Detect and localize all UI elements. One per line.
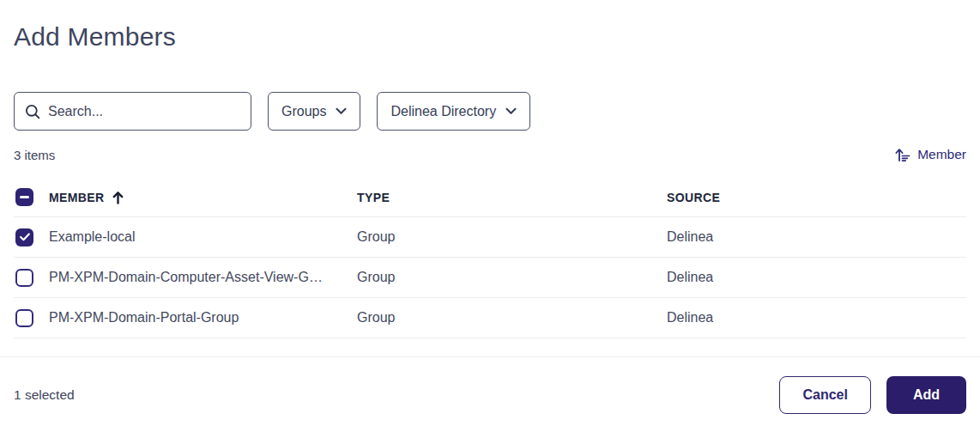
- row-checkbox[interactable]: [15, 269, 33, 287]
- table-header-row: MEMBER TYPE SOURCE: [14, 178, 966, 217]
- add-button[interactable]: Add: [886, 376, 966, 414]
- member-cell: PM-XPM-Domain-Computer-Asset-View-G…: [49, 270, 357, 285]
- type-filter-label: Groups: [281, 104, 326, 119]
- footer: 1 selected Cancel Add: [14, 376, 966, 414]
- footer-divider: [0, 356, 980, 357]
- sort-ascending-icon: [895, 148, 911, 162]
- list-meta-row: 3 items Member: [14, 145, 966, 164]
- type-cell: Group: [357, 229, 667, 245]
- type-cell: Group: [357, 310, 667, 326]
- chevron-down-icon: [505, 107, 517, 115]
- type-cell: Group: [357, 270, 667, 285]
- table-row[interactable]: PM-XPM-Domain-Computer-Asset-View-G… Gro…: [14, 258, 966, 298]
- column-header-type: TYPE: [357, 191, 667, 204]
- column-header-source: SOURCE: [667, 191, 966, 204]
- selected-count: 1 selected: [14, 387, 75, 403]
- type-filter-dropdown[interactable]: Groups: [268, 92, 360, 131]
- column-header-member[interactable]: MEMBER: [49, 191, 357, 204]
- search-input-wrapper[interactable]: [14, 92, 251, 131]
- source-cell: Delinea: [667, 229, 966, 245]
- table-row[interactable]: Example-local Group Delinea: [14, 217, 966, 258]
- row-checkbox[interactable]: [15, 309, 33, 327]
- search-input[interactable]: [48, 104, 240, 119]
- row-checkbox[interactable]: [15, 228, 33, 246]
- page-title: Add Members: [14, 0, 966, 52]
- arrow-up-icon: [112, 191, 124, 204]
- chevron-down-icon: [336, 107, 347, 115]
- cancel-button[interactable]: Cancel: [779, 376, 870, 414]
- sort-control[interactable]: Member: [895, 147, 966, 162]
- select-all-checkbox[interactable]: [15, 188, 33, 206]
- member-cell: PM-XPM-Domain-Portal-Group: [49, 310, 357, 326]
- source-cell: Delinea: [667, 270, 966, 285]
- sort-control-label: Member: [917, 147, 966, 162]
- directory-filter-dropdown[interactable]: Delinea Directory: [377, 92, 530, 131]
- add-members-dialog: Add Members Groups: [0, 0, 980, 432]
- member-cell: Example-local: [49, 229, 357, 245]
- members-table: MEMBER TYPE SOURCE: [14, 178, 966, 338]
- toolbar: Groups Delinea Directory: [14, 92, 966, 131]
- footer-buttons: Cancel Add: [779, 376, 966, 414]
- directory-filter-label: Delinea Directory: [390, 104, 496, 119]
- items-count: 3 items: [14, 148, 55, 162]
- search-icon: [25, 104, 40, 119]
- table-row[interactable]: PM-XPM-Domain-Portal-Group Group Delinea: [14, 298, 966, 338]
- indeterminate-dash-icon: [20, 196, 29, 198]
- check-icon: [20, 233, 30, 241]
- source-cell: Delinea: [667, 310, 966, 326]
